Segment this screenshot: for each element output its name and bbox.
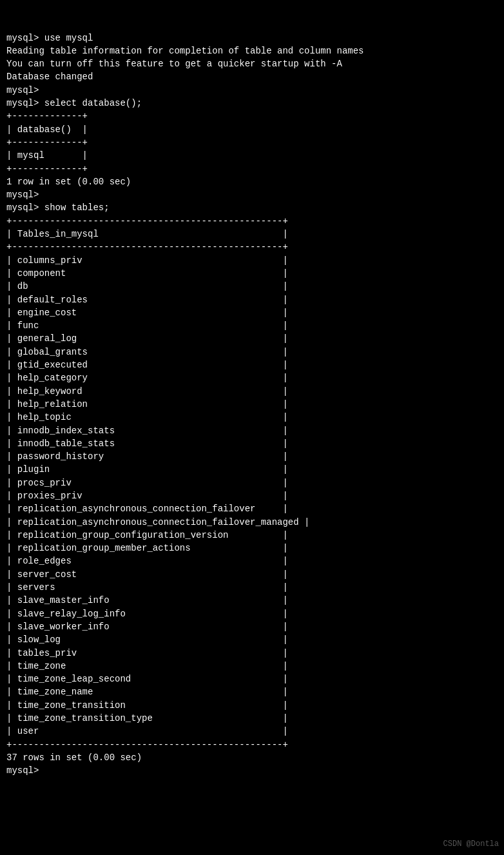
terminal-line: | time_zone_transition | bbox=[6, 699, 498, 712]
terminal-line: You can turn off this feature to get a q… bbox=[6, 57, 498, 70]
terminal-line: mysql> select database(); bbox=[6, 97, 498, 110]
terminal-line: | component | bbox=[6, 267, 498, 280]
terminal-line: | engine_cost | bbox=[6, 306, 498, 319]
terminal-line: Reading table information for completion… bbox=[6, 44, 498, 57]
terminal-line: | time_zone_leap_second | bbox=[6, 673, 498, 685]
terminal-line: +-------------+ bbox=[6, 136, 498, 149]
terminal-line: | user | bbox=[6, 725, 498, 738]
terminal-line: | time_zone_transition_type | bbox=[6, 712, 498, 725]
terminal-line: mysql> show tables; bbox=[6, 201, 498, 214]
terminal-line: mysql> bbox=[6, 188, 498, 201]
terminal-line: 37 rows in set (0.00 sec) bbox=[6, 751, 498, 764]
terminal-line: | server_cost | bbox=[6, 568, 498, 581]
terminal-line: | help_topic | bbox=[6, 411, 498, 424]
terminal-line: | replication_asynchronous_connection_fa… bbox=[6, 502, 498, 515]
terminal-line: | procs_priv | bbox=[6, 477, 498, 489]
terminal-line: | mysql | bbox=[6, 149, 498, 162]
terminal-line: | columns_priv | bbox=[6, 254, 498, 267]
terminal-line: mysql> bbox=[6, 764, 498, 777]
terminal-line: | slave_master_info | bbox=[6, 594, 498, 607]
terminal-line: 1 row in set (0.00 sec) bbox=[6, 175, 498, 188]
terminal-line: +---------------------------------------… bbox=[6, 738, 498, 751]
terminal-line: | time_zone | bbox=[6, 660, 498, 673]
terminal-line: | replication_asynchronous_connection_fa… bbox=[6, 516, 498, 529]
terminal-line: | tables_priv | bbox=[6, 647, 498, 660]
terminal-line: | password_history | bbox=[6, 450, 498, 463]
terminal-line: | proxies_priv | bbox=[6, 489, 498, 502]
terminal-line: | innodb_table_stats | bbox=[6, 437, 498, 450]
terminal-line: | db | bbox=[6, 280, 498, 293]
terminal-line: | replication_group_member_actions | bbox=[6, 542, 498, 555]
terminal-line: | default_roles | bbox=[6, 293, 498, 306]
terminal-line: | gtid_executed | bbox=[6, 359, 498, 371]
terminal-line: mysql> use mysql bbox=[6, 32, 498, 44]
terminal-line: | help_category | bbox=[6, 371, 498, 384]
terminal-line: | Tables_in_mysql | bbox=[6, 228, 498, 241]
terminal-line: Database changed bbox=[6, 70, 498, 83]
terminal-line: | replication_group_configuration_versio… bbox=[6, 529, 498, 542]
terminal-line: | slow_log | bbox=[6, 633, 498, 646]
terminal-line: | slave_worker_info | bbox=[6, 620, 498, 633]
terminal-line: +-------------+ bbox=[6, 110, 498, 123]
terminal-line: | role_edges | bbox=[6, 555, 498, 567]
terminal-line: | plugin | bbox=[6, 463, 498, 476]
terminal-line: +---------------------------------------… bbox=[6, 241, 498, 253]
terminal-line: | general_log | bbox=[6, 332, 498, 345]
terminal-line: | innodb_index_stats | bbox=[6, 424, 498, 437]
terminal-line: +---------------------------------------… bbox=[6, 215, 498, 228]
terminal-line: | time_zone_name | bbox=[6, 685, 498, 698]
terminal-line: | help_keyword | bbox=[6, 385, 498, 398]
terminal-line: | global_grants | bbox=[6, 346, 498, 359]
terminal-line: | servers | bbox=[6, 581, 498, 594]
terminal-line: | help_relation | bbox=[6, 398, 498, 411]
terminal-line: | func | bbox=[6, 319, 498, 332]
terminal-line: +-------------+ bbox=[6, 162, 498, 175]
terminal-line: | database() | bbox=[6, 123, 498, 136]
watermark: CSDN @Dontla bbox=[443, 839, 499, 850]
terminal-output: mysql> use mysqlReading table informatio… bbox=[6, 5, 498, 791]
terminal-line: | slave_relay_log_info | bbox=[6, 607, 498, 620]
terminal-line: mysql> bbox=[6, 84, 498, 97]
